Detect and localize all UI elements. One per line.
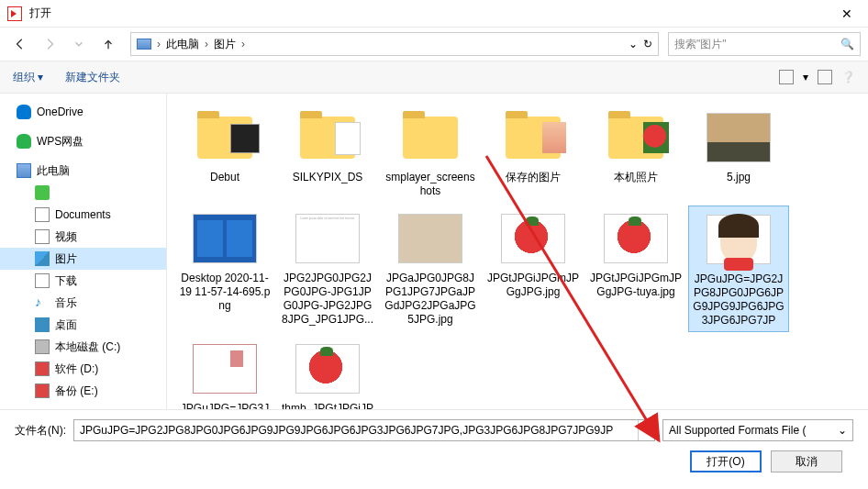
disk-icon [35, 361, 50, 376]
file-label: thmb_JPGtJPGiJPGmJPGgJPG.jpg.jpg [281, 402, 374, 409]
video-icon [35, 229, 50, 244]
help-icon[interactable]: ❔ [841, 71, 855, 83]
disk-icon [35, 339, 50, 354]
newfolder-button[interactable]: 新建文件夹 [65, 70, 120, 85]
breadcrumb-sep: › [157, 38, 161, 50]
file-label: JPG2JPG0JPG2JPG0JPG-JPG1JPG0JPG-JPG2JPG8… [281, 272, 374, 327]
wps-icon [17, 134, 31, 149]
file-item[interactable]: 5.jpg [688, 105, 789, 202]
thispc-icon [137, 39, 151, 50]
disk-icon [35, 383, 50, 398]
back-button[interactable] [7, 31, 33, 57]
sidebar-thispc-sub[interactable] [0, 182, 166, 204]
file-grid: DebutSILKYPIX_DSsmplayer_screenshots保存的图… [167, 94, 868, 409]
file-label: Debut [210, 171, 239, 184]
organize-button[interactable]: 组织 ▾ [13, 70, 43, 85]
sidebar-desktop[interactable]: 桌面 [0, 314, 166, 336]
doc-icon [35, 207, 50, 222]
addr-dropdown-icon[interactable]: ⌄ [629, 38, 638, 50]
sidebar-music[interactable]: ♪音乐 [0, 292, 166, 314]
file-label: 本机照片 [614, 171, 658, 184]
sidebar-disk-e[interactable]: 备份 (E:) [0, 380, 166, 402]
filter-text: All Supported Formats File ( [669, 424, 838, 437]
download-icon [35, 273, 50, 288]
file-label: JPGtJPGiJPGmJPGgJPG.jpg [486, 272, 580, 299]
file-label: 5.jpg [727, 171, 751, 184]
file-item[interactable]: JPGtJPGiJPGmJPGgJPG.jpg [483, 206, 584, 332]
sidebar-videos[interactable]: 视频 [0, 226, 166, 248]
window-title: 打开 [29, 6, 833, 21]
sidebar-documents[interactable]: Documents [0, 204, 166, 226]
pc-icon [17, 163, 31, 178]
search-placeholder: 搜索"图片" [674, 37, 840, 52]
file-label: 保存的图片 [506, 171, 561, 184]
file-label: JPGaJPG0JPG8JPG1JPG7JPGaJPGdJPG2JPGaJPG5… [384, 272, 477, 327]
preview-pane-button[interactable] [818, 70, 832, 84]
file-label: JPGuJPG=JPG3JPG8JPG7JPG8JPG7JPG1JPG7JPG6… [178, 402, 272, 409]
refresh-icon[interactable]: ↻ [643, 38, 652, 50]
desktop-icon [35, 317, 50, 332]
breadcrumb-sep: › [205, 38, 208, 50]
breadcrumb-current[interactable]: 图片 [214, 37, 236, 52]
sidebar-pictures[interactable]: 图片 [0, 248, 166, 270]
breadcrumb-root[interactable]: 此电脑 [166, 37, 199, 52]
up-button[interactable] [95, 31, 121, 57]
file-item[interactable]: SILKYPIX_DS [277, 105, 378, 202]
filename-input[interactable] [74, 424, 638, 437]
file-item[interactable]: JPGuJPG=JPG3JPG8JPG7JPG8JPG7JPG1JPG7JPG6… [174, 336, 275, 409]
file-item[interactable]: JPGtJPGiJPGmJPGgJPG-tuya.jpg [585, 206, 686, 332]
view-options-button[interactable] [779, 70, 794, 84]
toolbar: 组织 ▾ 新建文件夹 ▾ ❔ [0, 61, 868, 94]
music-icon: ♪ [35, 295, 50, 310]
sidebar-onedrive[interactable]: OneDrive [0, 101, 166, 123]
nav-bar: › 此电脑 › 图片 › ⌄↻ 搜索"图片" 🔍 [0, 28, 868, 61]
cancel-button[interactable]: 取消 [771, 450, 842, 472]
main-area: OneDrive WPS网盘 此电脑 Documents 视频 图片 下载 ♪音… [0, 94, 868, 409]
sidebar: OneDrive WPS网盘 此电脑 Documents 视频 图片 下载 ♪音… [0, 94, 167, 409]
file-item[interactable]: smplayer_screenshots [380, 105, 481, 202]
search-icon[interactable]: 🔍 [840, 38, 854, 50]
file-item[interactable]: Desktop 2020-11-19 11-57-14-695.png [174, 206, 275, 332]
close-button[interactable]: ✕ [833, 0, 861, 28]
footer: 文件名(N): ⌄ All Supported Formats File ( ⌄… [0, 409, 868, 485]
file-item[interactable]: Debut [174, 105, 275, 202]
file-label: JPGuJPG=JPG2JPG8JPG0JPG6JPG9JPG9JPG6JPG3… [693, 272, 785, 328]
file-item[interactable]: 保存的图片 [483, 105, 584, 202]
filename-dropdown[interactable]: ⌄ [638, 420, 654, 440]
file-label: JPGtJPGiJPGmJPGgJPG-tuya.jpg [589, 272, 683, 299]
search-box[interactable]: 搜索"图片" 🔍 [668, 32, 861, 56]
titlebar: 打开 ✕ [0, 0, 868, 28]
recent-dropdown[interactable] [66, 31, 92, 57]
filetype-filter[interactable]: All Supported Formats File ( ⌄ [662, 419, 853, 441]
chevron-down-icon: ⌄ [838, 424, 847, 437]
forward-button[interactable] [37, 31, 62, 57]
address-bar[interactable]: › 此电脑 › 图片 › ⌄↻ [130, 32, 659, 56]
file-label: Desktop 2020-11-19 11-57-14-695.png [178, 272, 272, 313]
picture-icon [35, 251, 50, 266]
file-item[interactable]: thmb_JPGtJPGiJPGmJPGgJPG.jpg.jpg [277, 336, 378, 409]
sidebar-disk-d[interactable]: 软件 (D:) [0, 358, 166, 380]
file-item[interactable]: JPGaJPG0JPG8JPG1JPG7JPGaJPGdJPG2JPGaJPG5… [380, 206, 481, 332]
cloud-icon [17, 105, 31, 119]
file-item[interactable]: Lorem ipsum dolor sit amet text text tex… [277, 206, 378, 332]
green-icon [35, 185, 50, 200]
file-item[interactable]: 本机照片 [585, 105, 686, 202]
sidebar-wps[interactable]: WPS网盘 [0, 130, 166, 152]
view-dropdown-icon[interactable]: ▾ [803, 71, 808, 83]
sidebar-thispc[interactable]: 此电脑 [0, 160, 166, 182]
filename-label: 文件名(N): [15, 423, 66, 439]
app-icon [7, 6, 22, 21]
filename-field[interactable]: ⌄ [73, 419, 655, 441]
file-label: smplayer_screenshots [384, 171, 477, 198]
file-label: SILKYPIX_DS [293, 171, 363, 184]
open-button[interactable]: 打开(O) [690, 450, 762, 472]
file-item[interactable]: JPGuJPG=JPG2JPG8JPG0JPG6JPG9JPG9JPG6JPG3… [688, 206, 789, 332]
breadcrumb-sep: › [241, 38, 245, 50]
sidebar-disk-c[interactable]: 本地磁盘 (C:) [0, 336, 166, 358]
sidebar-downloads[interactable]: 下载 [0, 270, 166, 292]
